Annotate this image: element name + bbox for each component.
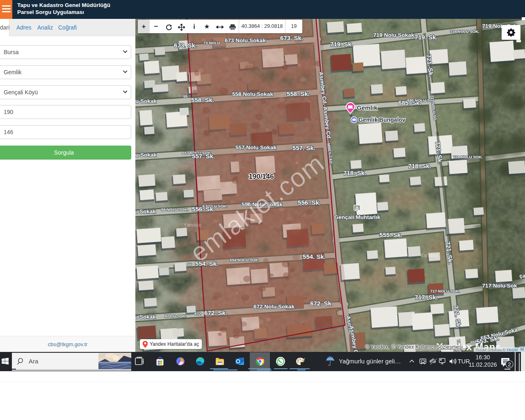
svg-text:lu Sokak: lu Sokak bbox=[135, 208, 156, 215]
svg-text:557. Sk.: 557. Sk. bbox=[192, 153, 215, 160]
svg-text:719 Nolu Sokak: 719 Nolu Sokak bbox=[373, 32, 414, 38]
svg-text:718 NOLU SOK.: 718 NOLU SOK. bbox=[453, 155, 482, 159]
svg-text:554 NOLU SOK.: 554 NOLU SOK. bbox=[230, 258, 259, 262]
svg-text:55: 55 bbox=[187, 262, 192, 267]
svg-text:lu Sokak: lu Sokak bbox=[135, 314, 156, 320]
svg-text:Gençali Muhtarlık: Gençali Muhtarlık bbox=[334, 214, 381, 220]
svg-text:672: 672 bbox=[194, 311, 201, 316]
svg-text:673. Sk.: 673. Sk. bbox=[174, 42, 197, 49]
svg-text:558. Sk.: 558. Sk. bbox=[191, 96, 214, 103]
svg-text:672. Sk.: 672. Sk. bbox=[204, 309, 227, 316]
svg-text:719 NOLU SOK.: 719 NOLU SOK. bbox=[450, 29, 479, 34]
svg-text:NOLU SOK.: NOLU SOK. bbox=[165, 314, 187, 318]
svg-text:719. Sk.: 719. Sk. bbox=[330, 41, 353, 48]
svg-text:673. Sk.: 673. Sk. bbox=[280, 34, 303, 41]
svg-text:73 NOLU: 73 NOLU bbox=[203, 41, 220, 45]
svg-text:Yandex: Yandex bbox=[420, 252, 438, 258]
svg-text:56 NOLU SOK.: 56 NOLU SOK. bbox=[161, 207, 188, 212]
svg-text:Gemlik Bungalov: Gemlik Bungalov bbox=[358, 116, 406, 123]
svg-text:685 NOLU SO: 685 NOLU SO bbox=[407, 98, 433, 103]
svg-text:558 Nolu Sokak: 558 Nolu Sokak bbox=[232, 91, 273, 97]
svg-text:672 Nolu Sokak: 672 Nolu Sokak bbox=[253, 304, 294, 310]
svg-text:558. Sk.: 558. Sk. bbox=[287, 90, 310, 97]
svg-text:555. Sk.: 555. Sk. bbox=[379, 231, 402, 238]
svg-text:55: 55 bbox=[183, 94, 188, 98]
svg-text:717 NOLU SOK.: 717 NOLU SOK. bbox=[430, 289, 459, 293]
svg-text:556. Sk.: 556. Sk. bbox=[298, 199, 321, 206]
svg-text:ça: ça bbox=[519, 273, 525, 279]
svg-text:718. Sk.: 718. Sk. bbox=[408, 162, 431, 169]
svg-text:718. Sk.: 718. Sk. bbox=[343, 169, 366, 176]
svg-text:554. Sk.: 554. Sk. bbox=[303, 253, 326, 260]
svg-text:719. Sk.: 719. Sk. bbox=[415, 34, 438, 41]
svg-text:Gemlik: Gemlik bbox=[357, 104, 378, 111]
svg-text:557 Nolu Sokak: 557 Nolu Sokak bbox=[235, 144, 276, 151]
svg-text:673 Nolu Sokak: 673 Nolu Sokak bbox=[225, 37, 266, 43]
svg-text:2: 2 bbox=[508, 361, 511, 368]
svg-text:556. Sk.: 556. Sk. bbox=[192, 205, 215, 212]
svg-text:Yandex: Yandex bbox=[183, 222, 201, 228]
svg-text:lu Sokak: lu Sokak bbox=[135, 98, 157, 104]
svg-text:lu Sokak: lu Sokak bbox=[135, 152, 157, 158]
svg-text:672. Sk: 672. Sk bbox=[310, 300, 331, 307]
svg-text:717 Nolu Sok: 717 Nolu Sok bbox=[482, 283, 517, 289]
svg-text:717. Sk.: 717. Sk. bbox=[415, 294, 438, 301]
